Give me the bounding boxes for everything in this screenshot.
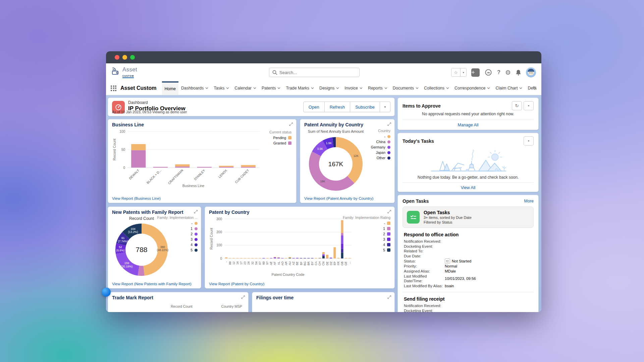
tab-patents[interactable]: Patents xyxy=(259,81,283,95)
tab-trade-marks[interactable]: Trade Marks xyxy=(283,81,317,95)
svg-text:67: 67 xyxy=(258,261,262,265)
expand-icon[interactable]: ⤢ xyxy=(387,294,391,300)
tab-invoice[interactable]: Invoice xyxy=(342,81,365,95)
chevron-down-icon[interactable]: ▼ xyxy=(524,136,534,145)
open-tasks-summary-card[interactable]: Open Tasks 3+ items, sorted by Due Date … xyxy=(402,206,534,228)
view-report-link[interactable]: View Report (Patent by Country) xyxy=(209,282,264,286)
tab-calendar[interactable]: Calendar xyxy=(232,81,259,95)
zoom-button[interactable] xyxy=(130,55,135,60)
chevron-down-icon[interactable] xyxy=(487,87,490,89)
expand-icon[interactable]: ⤢ xyxy=(241,294,245,300)
legend-swatch xyxy=(387,238,390,241)
view-report-link[interactable]: View Report (Patent Annuity by Country) xyxy=(304,196,373,200)
legend-item: - xyxy=(192,221,198,225)
subscribe-button[interactable]: Subscribe xyxy=(350,102,380,112)
legend-swatch xyxy=(387,222,390,225)
view-all-link[interactable]: View All xyxy=(402,182,534,190)
svg-text:CN: CN xyxy=(322,261,325,265)
legend-item: - xyxy=(384,134,391,138)
svg-text:LENOX: LENOX xyxy=(218,168,228,179)
manage-all-link[interactable]: Manage All xyxy=(402,120,534,127)
chevron-down-icon[interactable] xyxy=(519,87,522,89)
chevron-down-icon[interactable] xyxy=(205,87,208,89)
setup-gear-icon[interactable]: ⚙ xyxy=(505,69,511,76)
items-to-approve-panel: Items to Approve ↻ ▼ No approval request… xyxy=(397,98,539,130)
divider xyxy=(402,292,534,292)
field-label: Due Date: xyxy=(404,254,445,259)
tab-dashboards[interactable]: Dashboards xyxy=(178,81,211,95)
expand-icon[interactable]: ⤢ xyxy=(387,209,391,215)
widget-title: Patent Annuity by Country xyxy=(304,122,390,127)
chat-launcher-button[interactable] xyxy=(102,288,111,297)
chevron-down-icon[interactable] xyxy=(360,87,363,89)
dashboard-more-caret-icon[interactable]: ▼ xyxy=(380,102,390,112)
tab-documents[interactable]: Documents xyxy=(390,81,421,95)
org-icon[interactable] xyxy=(484,68,492,76)
global-search xyxy=(269,68,360,77)
global-actions-plus-icon[interactable]: + xyxy=(471,68,480,77)
legend-item: - xyxy=(384,221,391,225)
favorites-star-icon[interactable]: ☆ xyxy=(451,68,460,76)
close-button[interactable] xyxy=(115,55,119,60)
expand-icon[interactable]: ⤢ xyxy=(194,209,198,215)
search-input[interactable] xyxy=(269,68,360,77)
todays-tasks-panel: Today's Tasks ▼ xyxy=(397,133,539,192)
tab-tasks[interactable]: Tasks xyxy=(211,81,232,95)
svg-text:AE: AE xyxy=(269,261,273,265)
summary-title: Open Tasks xyxy=(424,210,472,215)
legend-swatch xyxy=(288,141,291,145)
chevron-down-icon[interactable]: ▼ xyxy=(524,101,534,110)
tab-claim-chart[interactable]: Claim Chart xyxy=(493,81,525,95)
chevron-down-icon[interactable] xyxy=(277,87,280,89)
view-report-link[interactable]: View Report (New Patents with Family Rep… xyxy=(112,282,192,286)
chevron-down-icon[interactable] xyxy=(416,87,419,89)
tab-collections[interactable]: Collections xyxy=(421,81,452,95)
edit-nav-pencil-icon[interactable]: ✎ xyxy=(532,85,537,91)
app-launcher-icon[interactable] xyxy=(111,85,116,91)
svg-text:61: 61 xyxy=(121,236,125,240)
legend-swatch xyxy=(288,136,291,139)
chevron-down-icon[interactable] xyxy=(226,87,229,89)
window-titlebar xyxy=(106,51,541,63)
task-field-row: Due Date: xyxy=(402,254,534,259)
notifications-bell-icon[interactable] xyxy=(516,69,521,76)
expand-icon[interactable]: ⤢ xyxy=(387,121,391,127)
tab-correspondence[interactable]: Correspondence xyxy=(452,81,493,95)
task-title[interactable]: Send filing receipt xyxy=(402,296,534,302)
chevron-down-icon[interactable] xyxy=(336,87,339,89)
tab-reports[interactable]: Reports xyxy=(365,81,390,95)
refresh-icon[interactable]: ↻ xyxy=(512,101,522,110)
asset-logo-icon xyxy=(111,67,120,77)
tab-designs[interactable]: Designs xyxy=(317,81,342,95)
favorites-caret-icon[interactable]: ▼ xyxy=(460,68,466,76)
help-icon[interactable]: ? xyxy=(497,69,500,75)
task-field-row: Docketing Event: xyxy=(402,244,534,249)
task-title[interactable]: Respond to office action xyxy=(402,232,534,237)
expand-icon[interactable]: ⤢ xyxy=(289,121,293,127)
open-button[interactable]: Open xyxy=(303,102,325,112)
chevron-down-icon[interactable] xyxy=(253,87,256,89)
refresh-button[interactable]: Refresh xyxy=(325,102,351,112)
minimize-button[interactable] xyxy=(122,55,127,60)
chevron-down-icon[interactable] xyxy=(446,87,449,89)
legend-swatch xyxy=(387,140,390,143)
svg-text:STANLEY: STANLEY xyxy=(193,168,206,181)
logo-subtext: CUSTOM xyxy=(122,75,134,78)
navigation-bar: Asset Custom HomeDashboardsTasksCalendar… xyxy=(106,81,541,95)
tab-home[interactable]: Home xyxy=(162,81,178,95)
chevron-down-icon[interactable] xyxy=(384,87,387,89)
dashboard-content: Dashboard IP Portfolio Overview As of 10… xyxy=(106,95,541,312)
chevron-down-icon[interactable] xyxy=(311,87,314,89)
svg-text:3.5K: 3.5K xyxy=(317,147,323,150)
more-link[interactable]: More xyxy=(524,199,534,203)
svg-text:AO: AO xyxy=(281,261,284,266)
field-label: Priority: xyxy=(404,264,445,269)
legend-item: 3 xyxy=(383,237,390,241)
svg-text:BR: BR xyxy=(307,261,310,265)
svg-text:CA: CA xyxy=(314,261,318,265)
view-report-link[interactable]: View Report (Business Line) xyxy=(112,196,161,200)
svg-text:16K: 16K xyxy=(320,180,325,183)
svg-text:54: 54 xyxy=(255,261,258,265)
svg-text:AR: AR xyxy=(284,261,288,265)
avatar[interactable] xyxy=(526,67,536,77)
